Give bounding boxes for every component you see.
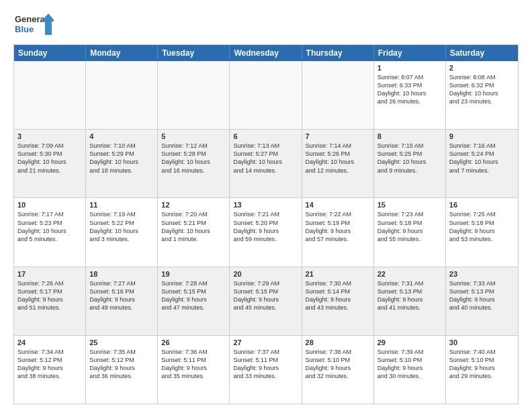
header-cell-thursday: Thursday <box>302 45 374 61</box>
day-number: 3 <box>17 132 82 140</box>
calendar-cell: 26Sunrise: 7:36 AM Sunset: 5:11 PM Dayli… <box>158 336 230 404</box>
day-info: Sunrise: 7:23 AM Sunset: 5:18 PM Dayligh… <box>378 210 442 243</box>
calendar-row-5: 24Sunrise: 7:34 AM Sunset: 5:12 PM Dayli… <box>14 336 518 404</box>
calendar-cell <box>86 61 158 129</box>
calendar-cell: 17Sunrise: 7:26 AM Sunset: 5:17 PM Dayli… <box>14 267 86 335</box>
day-info: Sunrise: 7:22 AM Sunset: 5:19 PM Dayligh… <box>306 210 370 243</box>
day-info: Sunrise: 7:37 AM Sunset: 5:11 PM Dayligh… <box>233 348 298 381</box>
calendar-cell: 18Sunrise: 7:27 AM Sunset: 5:16 PM Dayli… <box>86 267 158 335</box>
day-info: Sunrise: 7:25 AM Sunset: 5:18 PM Dayligh… <box>449 210 515 243</box>
calendar-cell: 4Sunrise: 7:10 AM Sunset: 5:29 PM Daylig… <box>86 130 158 197</box>
day-info: Sunrise: 7:12 AM Sunset: 5:28 PM Dayligh… <box>161 142 226 175</box>
day-number: 2 <box>449 64 515 72</box>
day-info: Sunrise: 7:14 AM Sunset: 5:26 PM Dayligh… <box>306 142 370 175</box>
day-number: 21 <box>306 270 370 278</box>
day-info: Sunrise: 7:15 AM Sunset: 5:25 PM Dayligh… <box>378 142 442 175</box>
day-number: 24 <box>17 338 82 347</box>
calendar-cell: 16Sunrise: 7:25 AM Sunset: 5:18 PM Dayli… <box>446 198 518 266</box>
day-info: Sunrise: 7:38 AM Sunset: 5:10 PM Dayligh… <box>306 348 370 381</box>
calendar-header: SundayMondayTuesdayWednesdayThursdayFrid… <box>14 45 518 61</box>
day-number: 14 <box>306 201 370 209</box>
day-info: Sunrise: 7:16 AM Sunset: 5:24 PM Dayligh… <box>449 142 515 175</box>
header-cell-tuesday: Tuesday <box>158 45 230 61</box>
calendar-cell: 23Sunrise: 7:33 AM Sunset: 5:13 PM Dayli… <box>446 267 518 335</box>
day-info: Sunrise: 8:07 AM Sunset: 6:33 PM Dayligh… <box>378 73 442 106</box>
header-cell-saturday: Saturday <box>446 45 518 61</box>
day-number: 8 <box>378 132 442 140</box>
calendar-cell: 5Sunrise: 7:12 AM Sunset: 5:28 PM Daylig… <box>158 130 230 197</box>
calendar-cell: 28Sunrise: 7:38 AM Sunset: 5:10 PM Dayli… <box>302 336 374 404</box>
day-number: 26 <box>161 338 226 347</box>
calendar-row-3: 10Sunrise: 7:17 AM Sunset: 5:23 PM Dayli… <box>14 198 518 267</box>
calendar-cell: 1Sunrise: 8:07 AM Sunset: 6:33 PM Daylig… <box>374 61 446 129</box>
day-number: 17 <box>17 270 82 278</box>
day-number: 9 <box>449 132 515 140</box>
day-info: Sunrise: 7:36 AM Sunset: 5:11 PM Dayligh… <box>161 348 226 381</box>
calendar-cell: 27Sunrise: 7:37 AM Sunset: 5:11 PM Dayli… <box>230 336 302 404</box>
calendar-cell <box>158 61 230 129</box>
calendar: SundayMondayTuesdayWednesdayThursdayFrid… <box>13 44 519 404</box>
day-info: Sunrise: 7:35 AM Sunset: 5:12 PM Dayligh… <box>89 348 154 381</box>
calendar-cell: 29Sunrise: 7:39 AM Sunset: 5:10 PM Dayli… <box>374 336 446 404</box>
day-info: Sunrise: 7:21 AM Sunset: 5:20 PM Dayligh… <box>233 210 298 243</box>
day-info: Sunrise: 7:39 AM Sunset: 5:10 PM Dayligh… <box>378 348 442 381</box>
day-number: 25 <box>89 338 154 347</box>
calendar-cell <box>302 61 374 129</box>
calendar-cell: 8Sunrise: 7:15 AM Sunset: 5:25 PM Daylig… <box>374 130 446 197</box>
day-number: 7 <box>306 132 370 140</box>
calendar-cell: 6Sunrise: 7:13 AM Sunset: 5:27 PM Daylig… <box>230 130 302 197</box>
calendar-cell: 7Sunrise: 7:14 AM Sunset: 5:26 PM Daylig… <box>302 130 374 197</box>
logo: General Blue <box>13 11 54 38</box>
calendar-cell: 21Sunrise: 7:30 AM Sunset: 5:14 PM Dayli… <box>302 267 374 335</box>
day-number: 10 <box>17 201 82 209</box>
logo-svg: General Blue <box>13 11 54 38</box>
calendar-cell: 2Sunrise: 8:08 AM Sunset: 6:32 PM Daylig… <box>446 61 518 129</box>
header: General Blue <box>13 11 519 38</box>
calendar-cell: 19Sunrise: 7:28 AM Sunset: 5:15 PM Dayli… <box>158 267 230 335</box>
day-number: 13 <box>233 201 298 209</box>
day-info: Sunrise: 7:33 AM Sunset: 5:13 PM Dayligh… <box>449 279 515 312</box>
day-info: Sunrise: 7:26 AM Sunset: 5:17 PM Dayligh… <box>17 279 82 312</box>
day-number: 1 <box>378 64 442 72</box>
calendar-cell: 9Sunrise: 7:16 AM Sunset: 5:24 PM Daylig… <box>446 130 518 197</box>
day-number: 29 <box>378 338 442 347</box>
svg-text:General: General <box>15 14 47 24</box>
day-number: 30 <box>449 338 515 347</box>
day-info: Sunrise: 7:17 AM Sunset: 5:23 PM Dayligh… <box>17 210 82 243</box>
page: General Blue SundayMondayTuesdayWednesda… <box>0 0 532 411</box>
day-info: Sunrise: 8:08 AM Sunset: 6:32 PM Dayligh… <box>449 73 515 106</box>
calendar-cell: 12Sunrise: 7:20 AM Sunset: 5:21 PM Dayli… <box>158 198 230 266</box>
calendar-row-4: 17Sunrise: 7:26 AM Sunset: 5:17 PM Dayli… <box>14 267 518 336</box>
day-number: 16 <box>449 201 515 209</box>
calendar-cell: 22Sunrise: 7:31 AM Sunset: 5:13 PM Dayli… <box>374 267 446 335</box>
day-number: 6 <box>233 132 298 140</box>
day-info: Sunrise: 7:09 AM Sunset: 5:30 PM Dayligh… <box>17 142 82 175</box>
day-number: 11 <box>89 201 154 209</box>
day-number: 18 <box>89 270 154 278</box>
header-cell-monday: Monday <box>86 45 158 61</box>
day-number: 27 <box>233 338 298 347</box>
day-info: Sunrise: 7:13 AM Sunset: 5:27 PM Dayligh… <box>233 142 298 175</box>
day-info: Sunrise: 7:10 AM Sunset: 5:29 PM Dayligh… <box>89 142 154 175</box>
calendar-row-2: 3Sunrise: 7:09 AM Sunset: 5:30 PM Daylig… <box>14 130 518 198</box>
day-number: 22 <box>378 270 442 278</box>
calendar-body: 1Sunrise: 8:07 AM Sunset: 6:33 PM Daylig… <box>14 61 518 404</box>
svg-text:Blue: Blue <box>15 24 34 34</box>
day-info: Sunrise: 7:40 AM Sunset: 5:10 PM Dayligh… <box>449 348 515 381</box>
calendar-cell <box>14 61 86 129</box>
day-number: 19 <box>161 270 226 278</box>
calendar-cell: 25Sunrise: 7:35 AM Sunset: 5:12 PM Dayli… <box>86 336 158 404</box>
day-info: Sunrise: 7:27 AM Sunset: 5:16 PM Dayligh… <box>89 279 154 312</box>
day-info: Sunrise: 7:28 AM Sunset: 5:15 PM Dayligh… <box>161 279 226 312</box>
calendar-cell: 3Sunrise: 7:09 AM Sunset: 5:30 PM Daylig… <box>14 130 86 197</box>
day-number: 5 <box>161 132 226 140</box>
header-cell-sunday: Sunday <box>14 45 86 61</box>
day-info: Sunrise: 7:34 AM Sunset: 5:12 PM Dayligh… <box>17 348 82 381</box>
day-info: Sunrise: 7:30 AM Sunset: 5:14 PM Dayligh… <box>306 279 370 312</box>
header-cell-friday: Friday <box>374 45 446 61</box>
calendar-cell: 13Sunrise: 7:21 AM Sunset: 5:20 PM Dayli… <box>230 198 302 266</box>
day-number: 4 <box>89 132 154 140</box>
calendar-cell: 10Sunrise: 7:17 AM Sunset: 5:23 PM Dayli… <box>14 198 86 266</box>
day-number: 23 <box>449 270 515 278</box>
calendar-cell: 20Sunrise: 7:29 AM Sunset: 5:15 PM Dayli… <box>230 267 302 335</box>
